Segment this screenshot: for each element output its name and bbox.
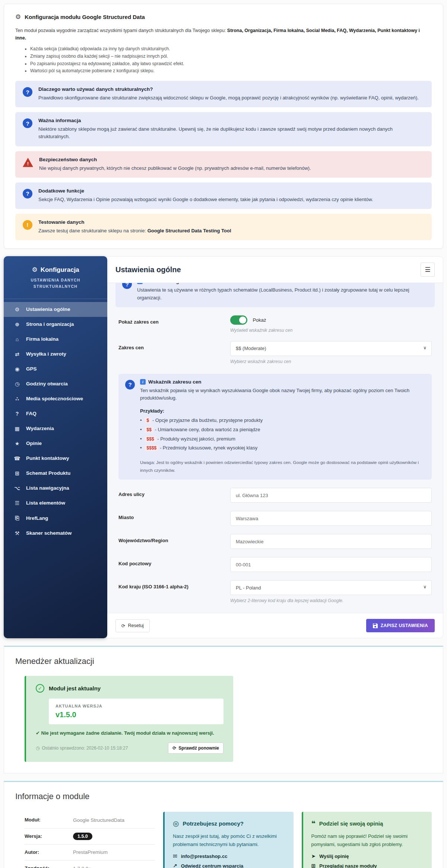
general-settings-infobox: ? i Ustawienia ogólne Ustawienia te są u… bbox=[115, 283, 435, 307]
sidebar-item-label: FAQ bbox=[26, 411, 37, 416]
sidebar-item-label: GPS bbox=[26, 366, 37, 372]
toggle-label: Pokaż bbox=[253, 317, 266, 323]
sidebar-item-firma-lokalna[interactable]: ⌂ Firma lokalna bbox=[4, 332, 107, 347]
price-symbol: $$$ bbox=[145, 436, 156, 442]
sidebar-item-skaner-schematow[interactable]: ⚒ Skaner schematów bbox=[4, 526, 107, 541]
form-row-price-range: Zakres cen $$ (Moderate) ∨ Wybierz wskaź… bbox=[115, 333, 435, 364]
info-value: Google StructuredData bbox=[73, 817, 124, 823]
intro-text: Ten moduł pozwala wygodnie zarządzać wsz… bbox=[15, 28, 227, 33]
support-center-label: Odwiedź centrum wsparcia bbox=[181, 863, 244, 868]
testing-tool-link[interactable]: Google Structured Data Testing Tool bbox=[148, 228, 231, 233]
last-checked-text: Ostatnio sprawdzono: 2026-02-10 15:18:27 bbox=[42, 745, 128, 751]
infobox-body: i Wskaźnik zakresu cen Ten wskaźnik poja… bbox=[140, 379, 425, 475]
street-address-input[interactable] bbox=[230, 488, 432, 503]
support-email: info@prestashop.cc bbox=[181, 853, 228, 859]
price-examples-list: $ - Opcje przyjazne dla budżetu, przystę… bbox=[140, 416, 425, 453]
sidebar-item-wysylka-i-zwroty[interactable]: ⇄ Wysyłka i zwroty bbox=[4, 347, 107, 362]
sidebar-item-gps[interactable]: ◉ GPS bbox=[4, 362, 107, 376]
list-item: Wartości pól są automatycznie pobierane … bbox=[30, 67, 432, 75]
settings-panel: Ustawienia ogólne ☰ ? i Ustawienia ogóln… bbox=[107, 256, 443, 638]
check-circle-icon: ✓ bbox=[36, 684, 44, 693]
region-input[interactable] bbox=[230, 534, 432, 549]
section-title: Informacje o module bbox=[15, 792, 432, 801]
sidebar-title-row: ⚙ Konfiguracja bbox=[10, 266, 101, 274]
field-control bbox=[230, 488, 432, 503]
send-feedback-link[interactable]: ➤ Wyślij opinię bbox=[311, 853, 424, 859]
update-status-row: ✓ Moduł jest aktualny bbox=[36, 684, 224, 693]
sidebar-item-label: Strona i organizacja bbox=[26, 321, 74, 327]
page-title: Konfiguracja modułu Google Structured Da… bbox=[25, 14, 145, 20]
price-symbol: $ bbox=[145, 417, 151, 423]
save-settings-button[interactable]: ZAPISZ USTAWIENIA bbox=[366, 619, 435, 632]
form-row-street: Adres ulicy bbox=[115, 480, 435, 503]
country-code-select[interactable]: PL - Poland bbox=[230, 580, 432, 595]
browse-modules-link[interactable]: ⊞ Przeglądaj nasze moduły bbox=[311, 863, 424, 868]
clock-icon: ◷ bbox=[13, 381, 21, 387]
sidebar-item-label: Lista nawigacyjna bbox=[26, 485, 69, 491]
truck-icon: ⇄ bbox=[13, 351, 21, 357]
sitemap-icon: ⌥ bbox=[13, 485, 21, 491]
megaphone-icon: ➤ bbox=[311, 853, 316, 859]
sidebar-item-lista-elementow[interactable]: ☰ Lista elementów bbox=[4, 496, 107, 511]
chat-icon: ❝ bbox=[311, 819, 316, 828]
reset-button[interactable]: ⟳ Resetuj bbox=[115, 619, 150, 632]
panel-menu-button[interactable]: ☰ bbox=[421, 263, 435, 277]
module-up-to-date-box: ✓ Moduł jest aktualny AKTUALNA WERSJA v1… bbox=[25, 676, 233, 762]
support-center-link[interactable]: ↗ Odwiedź centrum wsparcia bbox=[173, 863, 285, 868]
price-note: Uwaga: Jest to ogólny wskaźnik i powinie… bbox=[140, 459, 425, 474]
show-price-range-toggle[interactable] bbox=[230, 315, 247, 325]
exclamation-icon: ! bbox=[23, 220, 32, 230]
field-control: $$ (Moderate) ∨ Wybierz wskaźnik zakresu… bbox=[230, 341, 432, 364]
price-symbol: $$$$ bbox=[145, 445, 159, 451]
feedback-box-title: Podziel się swoją opinią bbox=[319, 820, 383, 827]
question-icon: ? bbox=[23, 118, 32, 128]
check-again-label: Sprawdź ponownie bbox=[178, 745, 219, 751]
form-row-city: Miasto bbox=[115, 503, 435, 526]
info-icon: i bbox=[140, 379, 146, 385]
globe-icon: ⊕ bbox=[13, 321, 21, 327]
sidebar-item-lista-nawigacyjna[interactable]: ⌥ Lista nawigacyjna bbox=[4, 481, 107, 496]
alert-title: Dodatkowe funkcje bbox=[38, 188, 373, 194]
sidebar-item-faq[interactable]: ? FAQ bbox=[4, 406, 107, 421]
field-control: Pokaż Wyświetl wskaźnik zakresu cen bbox=[230, 315, 432, 333]
support-email-link[interactable]: ✉ info@prestashop.cc bbox=[173, 853, 285, 859]
cart-icon: ⊞ bbox=[311, 863, 316, 868]
help-box-title: Potrzebujesz pomocy? bbox=[183, 820, 244, 827]
sidebar-item-label: Lista elementów bbox=[26, 500, 65, 506]
sidebar-item-ustawienia-ogolne[interactable]: ⚙ Ustawienia ogólne bbox=[4, 302, 107, 317]
sidebar-item-wydarzenia[interactable]: ▦ Wydarzenia bbox=[4, 421, 107, 436]
sidebar-item-media-spolecznosciowe[interactable]: ∴ Media społecznościowe bbox=[4, 391, 107, 406]
city-input[interactable] bbox=[230, 511, 432, 526]
sidebar-item-opinie[interactable]: ★ Opinie bbox=[4, 436, 107, 451]
table-row: Moduł: Google StructuredData bbox=[25, 812, 155, 828]
sidebar-item-strona-i-organizacja[interactable]: ⊕ Strona i organizacja bbox=[4, 317, 107, 332]
wrench-icon: ⚒ bbox=[13, 530, 21, 536]
sidebar-item-punkt-kontaktowy[interactable]: ☎ Punkt kontaktowy bbox=[4, 451, 107, 466]
intro-paragraph: Ten moduł pozwala wygodnie zarządzać wsz… bbox=[15, 27, 432, 42]
sidebar-item-label: Schemat Produktu bbox=[26, 470, 70, 476]
alert-important-info: ? Ważna informacja Niektóre szablony skl… bbox=[15, 112, 432, 146]
refresh-icon: ⟳ bbox=[121, 623, 125, 629]
infobox-text: Ustawienia te są używane w różnych typac… bbox=[137, 286, 428, 302]
check-again-button[interactable]: ⟳ Sprawdź ponownie bbox=[168, 743, 224, 754]
sidebar-item-godziny-otwarcia[interactable]: ◷ Godziny otwarcia bbox=[4, 376, 107, 391]
list-item: $$$ - Produkty wyższej jakości, premium bbox=[140, 435, 425, 444]
alert-data-testing: ! Testowanie danych Zawsze testuj dane s… bbox=[15, 214, 432, 240]
version-label: AKTUALNA WERSJA bbox=[56, 704, 217, 708]
postal-code-input[interactable] bbox=[230, 557, 432, 572]
sidebar-item-schemat-produktu[interactable]: ⊞ Schemat Produktu bbox=[4, 466, 107, 481]
module-config-card: ⚙ Konfiguracja modułu Google Structured … bbox=[4, 4, 443, 249]
calendar-icon: ▦ bbox=[13, 426, 21, 432]
sidebar-item-label: Godziny otwarcia bbox=[26, 381, 68, 387]
price-range-select[interactable]: $$ (Moderate) bbox=[230, 341, 432, 356]
save-button-label: ZAPISZ USTAWIENIA bbox=[381, 623, 428, 628]
sidebar-item-hreflang[interactable]: ⎘ HrefLang bbox=[4, 511, 107, 526]
field-help: Wybierz 2-literowy kod kraju dla lepszej… bbox=[230, 598, 432, 603]
version-badge: 1.5.0 bbox=[73, 833, 92, 839]
sidebar-item-label: Ustawienia ogólne bbox=[26, 306, 70, 312]
alert-text: Prawidłowo skonfigurowane dane struktura… bbox=[38, 94, 419, 102]
form-row-postal-code: Kod pocztowy bbox=[115, 549, 435, 572]
check-icon: ✔ bbox=[36, 730, 40, 736]
field-label: Województwo/Region bbox=[118, 534, 230, 549]
field-control bbox=[230, 534, 432, 549]
